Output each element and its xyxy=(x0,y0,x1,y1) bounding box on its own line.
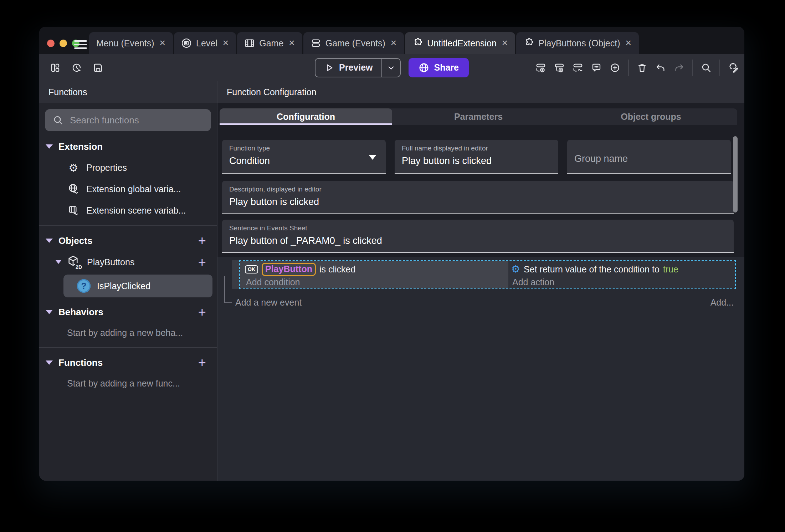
redo-icon[interactable] xyxy=(674,62,684,73)
item-label: PlayButtons xyxy=(87,257,193,267)
preview-options-button[interactable] xyxy=(381,59,400,77)
scene-icon xyxy=(181,38,192,48)
add-behavior-button[interactable]: + xyxy=(198,307,206,317)
add-subevent-icon[interactable] xyxy=(554,62,565,73)
tab-label: Menu (Events) xyxy=(96,38,154,48)
tab-menu-events[interactable]: Menu (Events) ✕ xyxy=(89,32,173,54)
field-label: Group name xyxy=(574,153,628,164)
trash-icon[interactable] xyxy=(637,62,647,73)
film-icon xyxy=(244,38,255,48)
section-behaviors[interactable]: Behaviors + xyxy=(39,302,217,322)
section-functions[interactable]: Functions + xyxy=(39,352,217,373)
version-history-icon[interactable] xyxy=(71,62,82,73)
preview-label: Preview xyxy=(339,62,373,73)
sentence-field[interactable]: Sentence in Events Sheet Play button of … xyxy=(222,220,734,253)
event-drag-handle[interactable] xyxy=(232,260,239,289)
functions-empty-hint: Start by adding a new func... xyxy=(39,373,217,394)
close-icon[interactable]: ✕ xyxy=(625,39,632,48)
tab-level[interactable]: Level ✕ xyxy=(174,32,236,54)
close-icon[interactable]: ✕ xyxy=(288,39,295,48)
tab-playbuttons-object[interactable]: PlayButtons (Object) ✕ xyxy=(516,32,639,54)
add-new-event-button[interactable]: Add a new event xyxy=(235,297,302,308)
tab-game[interactable]: Game ✕ xyxy=(237,32,302,54)
sidebar-item-isplayclicked-selected[interactable]: ? IsPlayClicked xyxy=(63,275,212,297)
chevron-expanded-icon[interactable] xyxy=(46,239,53,243)
sidebar-item-extension-scene-variables[interactable]: Extension scene variab... xyxy=(39,200,217,221)
screen: Menu (Events) ✕ Level ✕ Game ✕ xyxy=(0,0,785,532)
divider xyxy=(39,225,217,226)
action-value-true[interactable]: true xyxy=(663,264,678,275)
sidebar-item-extension-global-variables[interactable]: Extension global varia... xyxy=(39,178,217,200)
sidebar-item-properties[interactable]: ⚙ Properties xyxy=(39,157,217,178)
chevron-expanded-icon[interactable] xyxy=(46,360,53,365)
toolbar-separator xyxy=(719,60,720,76)
add-more-button[interactable]: Add... xyxy=(710,297,734,308)
sidebar-item-playbuttons[interactable]: 2D PlayButtons + xyxy=(39,251,217,273)
add-comment-icon[interactable] xyxy=(591,62,602,73)
preview-button[interactable]: Preview xyxy=(315,58,401,77)
section-label: Behaviors xyxy=(58,307,193,318)
main-menu-icon[interactable] xyxy=(74,40,87,51)
tab-object-groups[interactable]: Object groups xyxy=(565,108,737,125)
undo-icon[interactable] xyxy=(655,62,666,73)
close-icon[interactable]: ✕ xyxy=(502,39,508,48)
condition-function-icon: ? xyxy=(77,279,91,293)
item-label: Properties xyxy=(86,163,127,173)
tab-parameters[interactable]: Parameters xyxy=(392,108,565,125)
event-conditions-cell[interactable]: OK PlayButton is clicked Add condition xyxy=(240,261,508,288)
main-header-title: Function Configuration xyxy=(227,87,317,97)
full-name-field[interactable]: Full name displayed in editor Play butto… xyxy=(395,140,558,174)
gear-icon: ⚙ xyxy=(68,162,79,174)
add-condition-button[interactable]: Add condition xyxy=(245,277,508,287)
tab-configuration[interactable]: Configuration xyxy=(220,108,392,125)
sidebar-header: Functions xyxy=(39,81,217,103)
events-sheet[interactable]: OK PlayButton is clicked Add condition ⚙… xyxy=(217,257,744,481)
close-icon[interactable]: ✕ xyxy=(390,39,397,48)
action-text[interactable]: Set return value of the condition to xyxy=(524,264,660,275)
search-functions-input[interactable] xyxy=(70,115,203,126)
chevron-expanded-icon[interactable] xyxy=(56,260,61,264)
tab-label: PlayButtons (Object) xyxy=(538,38,620,48)
tab-label: Game (Events) xyxy=(325,38,385,48)
chevron-expanded-icon[interactable] xyxy=(46,310,53,314)
add-action-button[interactable]: Add action xyxy=(511,277,735,287)
add-function-button[interactable]: + xyxy=(198,357,206,368)
puzzle-icon xyxy=(523,38,534,48)
event-actions-cell[interactable]: ⚙ Set return value of the condition to t… xyxy=(508,261,735,288)
search-icon[interactable] xyxy=(701,62,712,73)
circle-add-icon[interactable] xyxy=(610,62,620,73)
add-object-function-button[interactable]: + xyxy=(198,257,206,267)
field-label: Full name displayed in editor xyxy=(402,144,551,152)
toolbar-separator xyxy=(692,60,693,76)
add-event-icon[interactable] xyxy=(535,62,546,73)
group-name-field[interactable]: Group name xyxy=(567,140,731,174)
description-field[interactable]: Description, displayed in editor Play bu… xyxy=(222,181,734,214)
condition-text[interactable]: is clicked xyxy=(319,264,355,275)
builtin-action-gear-icon: ⚙ xyxy=(511,264,520,274)
event-selected[interactable]: OK PlayButton is clicked Add condition ⚙… xyxy=(232,260,736,289)
close-icon[interactable]: ✕ xyxy=(222,39,229,48)
search-functions-box[interactable] xyxy=(45,109,211,131)
close-icon[interactable]: ✕ xyxy=(159,39,166,48)
function-type-select[interactable]: Function type Condition xyxy=(222,140,386,174)
section-extension[interactable]: Extension xyxy=(39,136,217,157)
chevron-expanded-icon[interactable] xyxy=(46,144,53,149)
section-objects[interactable]: Objects + xyxy=(39,230,217,251)
save-icon[interactable] xyxy=(93,62,103,73)
panels-layout-icon[interactable] xyxy=(50,62,61,73)
vertical-scrollbar[interactable] xyxy=(733,136,738,213)
field-value: Play button is clicked xyxy=(229,196,727,208)
events-list-icon xyxy=(311,38,321,48)
edit-extension-icon[interactable] xyxy=(728,62,739,73)
event-tree-bracket xyxy=(224,276,232,303)
minimize-window-button[interactable] xyxy=(60,40,67,47)
item-label: IsPlayClicked xyxy=(97,281,150,291)
add-other-event-icon[interactable] xyxy=(573,62,583,73)
tab-untitled-extension[interactable]: UntitledExtension ✕ xyxy=(405,32,515,54)
tab-game-events[interactable]: Game (Events) ✕ xyxy=(303,32,404,54)
close-window-button[interactable] xyxy=(47,40,55,47)
section-label: Objects xyxy=(58,235,193,246)
add-object-button[interactable]: + xyxy=(198,235,206,246)
condition-object-name[interactable]: PlayButton xyxy=(262,263,316,276)
share-button[interactable]: Share xyxy=(409,58,469,77)
